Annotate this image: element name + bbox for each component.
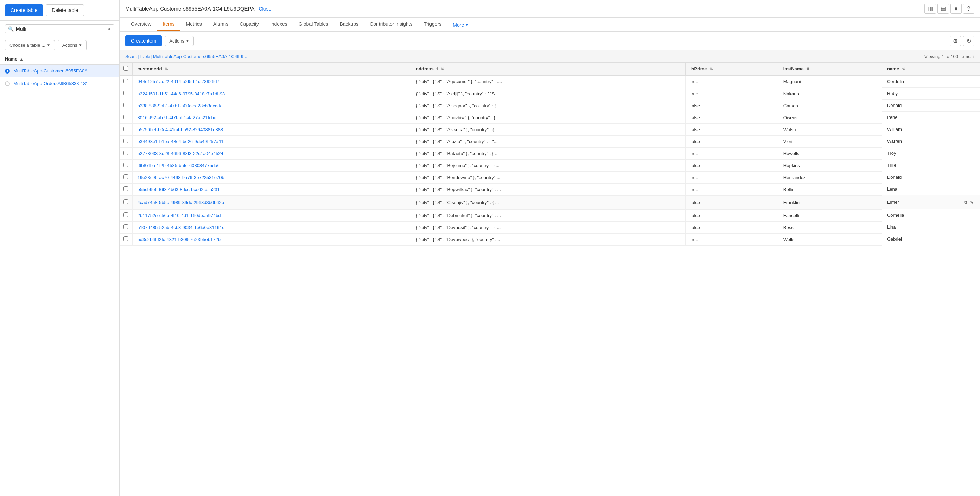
- layout-rows-icon[interactable]: ▤: [937, 3, 949, 14]
- lastname-label: lastName: [783, 66, 804, 72]
- page-title: MultiTableApp-Customers6955EA0A-1C4IL9U9…: [125, 6, 255, 12]
- address-info-icon[interactable]: ℹ: [436, 67, 438, 72]
- isprime-cell: false: [685, 159, 778, 171]
- tab-contributor-insights[interactable]: Contributor Insights: [364, 17, 418, 31]
- customerid-label: customerId: [138, 66, 162, 72]
- tab-global-tables[interactable]: Global Tables: [293, 17, 334, 31]
- sidebar-table-item[interactable]: MultiTableApp-OrdersA9B65338-1S\: [0, 77, 119, 90]
- name-value: Lina: [887, 224, 896, 230]
- row-checkbox[interactable]: [124, 175, 128, 179]
- customerid-cell: b5750bef-b0c4-41c4-bb92-82940881d888: [132, 124, 411, 135]
- isprime-sort-icon[interactable]: ⇅: [710, 67, 713, 71]
- isprime-label: isPrime: [690, 66, 707, 72]
- row-checkbox-cell: [119, 209, 132, 221]
- tab-indexes[interactable]: Indexes: [264, 17, 293, 31]
- lastname-cell: Franklin: [778, 195, 882, 209]
- row-checkbox[interactable]: [124, 199, 128, 204]
- row-checkbox[interactable]: [124, 224, 128, 229]
- row-checkbox[interactable]: [124, 127, 128, 131]
- delete-table-button[interactable]: Delete table: [46, 4, 84, 16]
- tab-more[interactable]: More▼: [447, 19, 474, 31]
- customerid-link[interactable]: f6b87fba-1f2b-4535-bafe-608084775da6: [138, 163, 220, 168]
- fullscreen-icon[interactable]: ■: [950, 3, 962, 14]
- address-cell: { "city" : { "S" : "Devhosit" }, "countr…: [411, 221, 685, 233]
- table-row: a107d485-525b-4cb3-9034-1e6a0a31161c{ "c…: [119, 221, 980, 233]
- tab-items[interactable]: Items: [157, 17, 180, 31]
- customerid-link[interactable]: b338f886-9bb1-47b1-a00c-ce28cb3ecade: [138, 103, 223, 108]
- customerid-link[interactable]: a324d501-1b51-44e6-9795-8418e7a1db93: [138, 91, 225, 96]
- row-checkbox[interactable]: [124, 138, 128, 143]
- lastname-sort-icon[interactable]: ⇅: [806, 67, 810, 71]
- name-cell: Elmer⧉✎: [882, 195, 980, 209]
- create-table-button[interactable]: Create table: [5, 4, 43, 16]
- name-cell: Cordelia⧉✎: [882, 76, 980, 87]
- lastname-cell: Nakano: [778, 87, 882, 100]
- create-item-button[interactable]: Create item: [125, 35, 162, 46]
- isprime-cell: true: [685, 75, 778, 87]
- lastname-cell: Vieri: [778, 135, 882, 148]
- customerid-cell: a324d501-1b51-44e6-9795-8418e7a1db93: [132, 87, 411, 100]
- lastname-cell: Wells: [778, 233, 882, 245]
- customerid-link[interactable]: 5d3c2b6f-f2fc-4321-b309-7e23b5eb172b: [138, 237, 221, 242]
- choose-table-dropdown[interactable]: Choose a table ... ▼: [5, 40, 55, 50]
- tab-triggers[interactable]: Triggers: [418, 17, 447, 31]
- name-value: Gabriel: [887, 236, 902, 242]
- name-sort-icon[interactable]: ⇅: [902, 67, 905, 71]
- choose-table-label: Choose a table ...: [10, 43, 45, 48]
- row-checkbox[interactable]: [124, 79, 128, 83]
- customerid-cell: 52778033-8d28-4696-88f3-22c1a04e4524: [132, 148, 411, 159]
- isprime-cell: false: [685, 209, 778, 221]
- search-bar: 🔍 ✕: [0, 21, 119, 37]
- help-icon[interactable]: ?: [963, 3, 974, 14]
- copy-row-button[interactable]: ⧉: [963, 199, 968, 206]
- close-link[interactable]: Close: [259, 6, 271, 12]
- customerid-link[interactable]: 4cad7458-5b5c-4989-89dc-2968d3b0b62b: [138, 200, 224, 205]
- row-checkbox[interactable]: [124, 186, 128, 191]
- edit-row-button[interactable]: ✎: [968, 199, 975, 206]
- sidebar-table-item[interactable]: MultiTableApp-Customers6955EA0A: [0, 65, 119, 77]
- customerid-link[interactable]: 8016cf92-ab71-4f7f-aff1-4a27ac21fcbc: [138, 115, 216, 120]
- customerid-link[interactable]: 2b11752e-c56b-4f10-4d1-160dea5974bd: [138, 213, 221, 218]
- customerid-link[interactable]: a107d485-525b-4cb3-9034-1e6a0a31161c: [138, 225, 224, 230]
- tab-alarms[interactable]: Alarms: [208, 17, 234, 31]
- row-checkbox[interactable]: [124, 151, 128, 155]
- customerid-link[interactable]: 52778033-8d28-4696-88f3-22c1a04e4524: [138, 151, 223, 156]
- address-cell: { "city" : { "S" : "Bataetu" }, "country…: [411, 148, 685, 159]
- row-checkbox[interactable]: [124, 162, 128, 167]
- row-checkbox[interactable]: [124, 213, 128, 217]
- row-checkbox[interactable]: [124, 114, 128, 119]
- chevron-down-icon: ▼: [78, 43, 82, 47]
- settings-icon[interactable]: ⚙: [950, 36, 961, 46]
- customerid-link[interactable]: b5750bef-b0c4-41c4-bb92-82940881d888: [138, 127, 223, 132]
- row-checkbox-cell: [119, 183, 132, 195]
- address-cell: { "city" : { "S" : "Agucumuf" }, "countr…: [411, 75, 685, 87]
- clear-icon[interactable]: ✕: [107, 26, 111, 32]
- tab-metrics[interactable]: Metrics: [180, 17, 208, 31]
- customerid-sort-icon[interactable]: ⇅: [165, 67, 168, 71]
- row-checkbox[interactable]: [124, 236, 128, 241]
- customerid-link[interactable]: 044e1257-ad22-4914-a2f5-ff1cf73926d7: [138, 79, 220, 84]
- select-all-checkbox[interactable]: [124, 66, 128, 71]
- layout-columns-icon[interactable]: ▥: [924, 3, 936, 14]
- lastname-cell: Magnani: [778, 75, 882, 87]
- address-sort-icon[interactable]: ⇅: [441, 67, 444, 71]
- actions-dropdown[interactable]: Actions ▼: [58, 40, 87, 50]
- table-row: b5750bef-b0c4-41c4-bb92-82940881d888{ "c…: [119, 124, 980, 135]
- tab-overview[interactable]: Overview: [125, 17, 157, 31]
- scan-text[interactable]: Scan: [Table] MultiTableApp-Customers695…: [125, 54, 247, 59]
- row-checkbox[interactable]: [124, 103, 128, 107]
- customerid-link[interactable]: e55cb9e6-f6f3-4b63-8dcc-bce62cbfa231: [138, 187, 220, 192]
- customerid-link[interactable]: 19e28c96-ac70-4498-9a76-3b722531e70b: [138, 175, 224, 180]
- tab-capacity[interactable]: Capacity: [234, 17, 264, 31]
- name-value: William: [887, 127, 902, 132]
- row-checkbox[interactable]: [124, 91, 128, 95]
- tab-backups[interactable]: Backups: [334, 17, 364, 31]
- refresh-icon[interactable]: ↻: [963, 36, 974, 46]
- isprime-cell: false: [685, 100, 778, 111]
- items-actions-dropdown[interactable]: Actions ▼: [165, 36, 194, 46]
- next-page-button[interactable]: ›: [973, 53, 974, 59]
- name-cell: William⧉✎: [882, 124, 980, 135]
- search-input[interactable]: [16, 26, 107, 32]
- customerid-link[interactable]: e34493e1-b1ba-48e4-be26-9eb49f257a41: [138, 139, 224, 144]
- address-cell: { "city" : { "S" : "Bendewma" }, "countr…: [411, 171, 685, 183]
